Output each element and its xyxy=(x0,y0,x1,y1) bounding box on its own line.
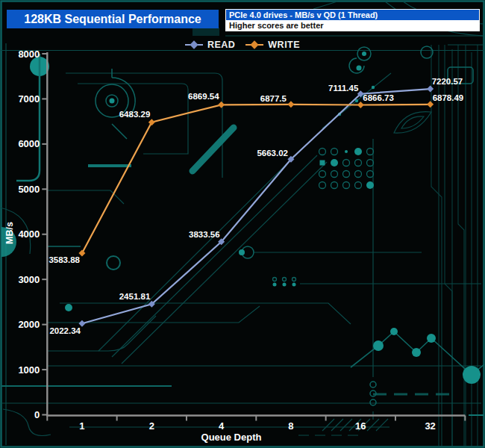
write-marker-icon xyxy=(218,102,225,108)
performance-line-chart: 0100020003000400050006000700080001248163… xyxy=(0,0,485,448)
x-tick-label: 8 xyxy=(288,420,293,432)
y-tick-label: 0 xyxy=(34,409,40,420)
y-tick-label: 4000 xyxy=(18,228,40,240)
chart-window: 128KB Sequential Performance PCIe 4.0 dr… xyxy=(0,0,485,448)
x-axis-title: Queue Depth xyxy=(201,432,262,443)
y-axis-title: MB/s xyxy=(4,222,15,244)
y-tick-label: 3000 xyxy=(18,274,40,285)
y-tick-label: 7000 xyxy=(18,93,40,105)
data-label: 2022.34 xyxy=(49,326,81,335)
write-line xyxy=(82,105,431,253)
legend-label-read: READ xyxy=(207,40,235,50)
title-bar: 128KB Sequential Performance xyxy=(7,10,219,28)
data-label: 7111.45 xyxy=(328,84,359,93)
legend-item-write: WRITE xyxy=(245,40,300,50)
data-label: 6869.54 xyxy=(188,92,219,101)
data-label: 6483.29 xyxy=(119,110,151,119)
data-label: 6878.49 xyxy=(433,93,464,102)
y-tick-label: 1000 xyxy=(18,364,40,376)
write-marker-icon xyxy=(287,101,294,108)
data-label: 7220.57 xyxy=(432,77,463,86)
write-series: 3583.886483.296869.546877.56866.736878.4… xyxy=(48,92,463,264)
subtitle-line-1: PCIe 4.0 drives - MB/s v QD (1 Thread) xyxy=(226,10,479,20)
axes: 0100020003000400050006000700080001248163… xyxy=(4,49,465,444)
legend-item-read: READ xyxy=(185,40,235,50)
data-label: 2451.81 xyxy=(119,292,151,301)
chart-legend: READ WRITE xyxy=(0,40,485,50)
y-tick-label: 5000 xyxy=(18,184,40,195)
data-label: 3833.56 xyxy=(189,230,220,239)
x-tick-label: 1 xyxy=(79,420,84,432)
read-marker-icon xyxy=(427,86,434,93)
subtitle-line-2: Higher scores are better xyxy=(226,20,479,31)
chart-title: 128KB Sequential Performance xyxy=(24,13,201,26)
data-label: 3583.88 xyxy=(48,255,80,264)
y-tick-label: 2000 xyxy=(18,319,40,330)
legend-label-write: WRITE xyxy=(268,40,300,50)
x-tick-label: 4 xyxy=(219,420,225,432)
y-tick-label: 6000 xyxy=(18,138,40,149)
read-line xyxy=(82,89,431,323)
data-label: 6877.5 xyxy=(260,94,287,103)
write-series-marker-icon xyxy=(245,42,263,49)
subtitle-box: PCIe 4.0 drives - MB/s v QD (1 Thread) H… xyxy=(225,9,480,31)
data-label: 5663.02 xyxy=(257,149,288,158)
data-label: 6866.73 xyxy=(363,93,394,102)
x-tick-label: 16 xyxy=(355,420,366,432)
x-tick-label: 32 xyxy=(425,420,435,432)
read-series: 2022.342451.813833.565663.027111.457220.… xyxy=(49,77,463,335)
read-series-marker-icon xyxy=(185,42,203,49)
write-marker-icon xyxy=(148,119,155,125)
x-tick-label: 2 xyxy=(149,420,154,432)
